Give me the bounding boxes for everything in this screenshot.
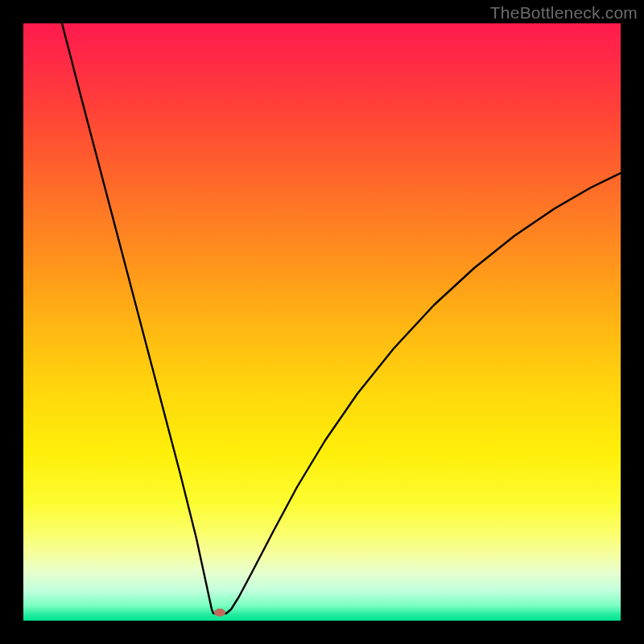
bottleneck-curve bbox=[23, 23, 621, 621]
chart-frame: TheBottleneck.com bbox=[0, 0, 644, 644]
watermark-text: TheBottleneck.com bbox=[490, 3, 638, 23]
plot-area bbox=[23, 23, 621, 621]
optimal-point-marker bbox=[214, 609, 225, 617]
